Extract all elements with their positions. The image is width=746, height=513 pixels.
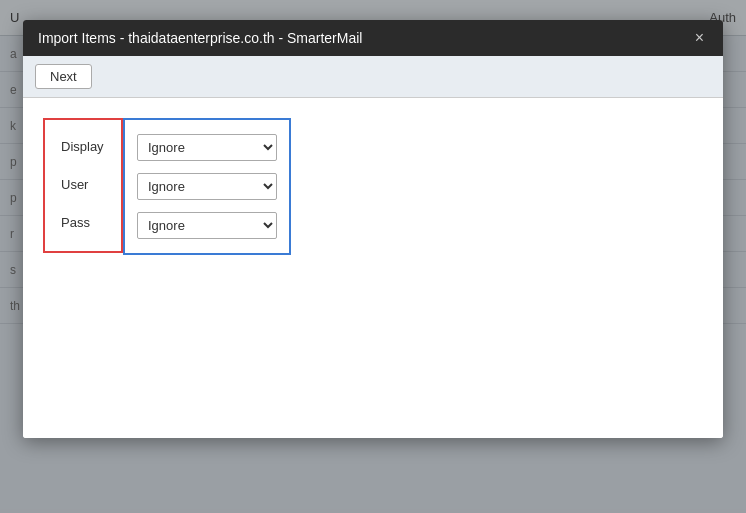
modal-body: Display User Pass Ignore Display User Pa… [23,98,723,438]
field-pass: Pass [57,204,109,242]
mapping-container: Display User Pass Ignore Display User Pa… [43,118,703,255]
dropdown-row-2: Ignore Display User Pass [137,167,277,206]
next-button[interactable]: Next [35,64,92,89]
field-select-1[interactable]: Ignore Display User Pass [137,134,277,161]
modal-close-button[interactable]: × [691,30,708,46]
modal-toolbar: Next [23,56,723,98]
field-user: User [57,166,109,204]
field-select-2[interactable]: Ignore Display User Pass [137,173,277,200]
modal-title: Import Items - thaidataenterprise.co.th … [38,30,362,46]
dropdown-row-3: Ignore Display User Pass [137,206,277,245]
modal-dialog: Import Items - thaidataenterprise.co.th … [23,20,723,438]
fields-panel: Display User Pass [43,118,123,253]
field-select-3[interactable]: Ignore Display User Pass [137,212,277,239]
dropdowns-panel: Ignore Display User Pass Ignore Display … [123,118,291,255]
field-display: Display [57,128,109,166]
modal-overlay: Import Items - thaidataenterprise.co.th … [0,0,746,513]
dropdown-row-1: Ignore Display User Pass [137,128,277,167]
modal-header: Import Items - thaidataenterprise.co.th … [23,20,723,56]
